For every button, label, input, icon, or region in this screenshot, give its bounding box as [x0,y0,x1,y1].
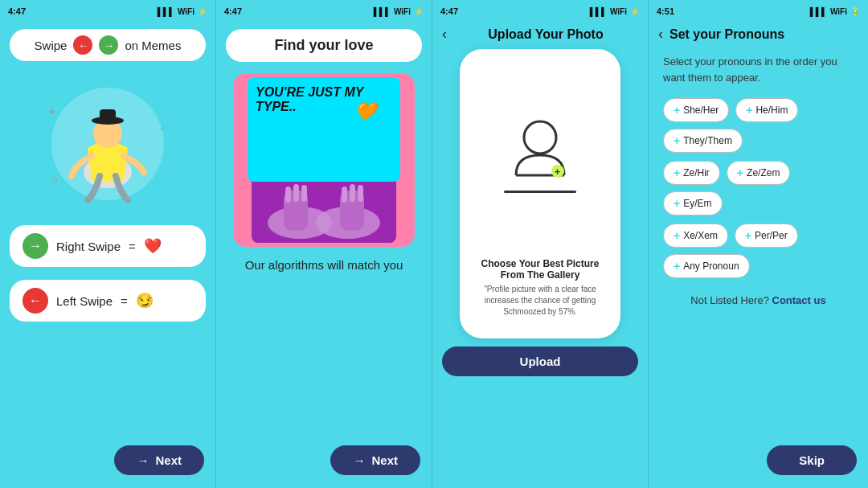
right-swipe-row: → Right Swipe = ❤️ [10,225,206,267]
contact-us-link[interactable]: Contact us [772,294,826,306]
algo-text: Our algorithms will match you [245,258,403,272]
gallery-subtext: "Profile picture with a clear face incre… [474,284,606,318]
right-swipe-arrow: → [23,233,48,259]
next-label-1: Next [155,453,182,467]
status-bar-3: 4:47 ▌▌▌ WiFi ⚡ [432,0,648,23]
plus-icon-he: + [746,104,752,117]
pronoun-ey-em[interactable]: + Ey/Em [663,191,723,215]
smirk-emoji: 😏 [136,292,154,310]
plus-icon-ze-zem: + [737,166,743,179]
back-button-3[interactable]: ‹ [442,26,447,43]
pronoun-label-she-her: She/Her [683,105,719,116]
svg-rect-15 [301,185,307,202]
skip-label: Skip [799,453,825,467]
pronoun-label-xe-xem: Xe/Xem [683,230,718,241]
status-icons-2: ▌▌▌ WiFi ⚡ [374,7,424,16]
pronoun-he-him[interactable]: + He/Him [735,98,798,122]
pronoun-any[interactable]: + Any Pronoun [663,254,750,278]
pronoun-label-ze-zem: Ze/Zem [747,167,780,178]
battery-icon-4: 🔋 [850,7,860,16]
pronoun-she-her[interactable]: + She/Her [663,98,729,122]
svg-rect-16 [342,187,347,203]
phone-frame: + Choose Your Best Picture From The Gall… [460,49,620,338]
status-bar-1: 4:47 ▌▌▌ WiFi ⚡ [0,0,215,23]
not-listed-text: Not Listed Here? Contact us [663,294,854,306]
profile-underline [504,191,576,193]
back-button-4[interactable]: ‹ [658,26,663,43]
status-icons-1: ▌▌▌ WiFi ⚡ [158,7,207,16]
time-4: 4:51 [657,6,674,16]
pronouns-grid: + She/Her + He/Him + They/Them + Ze/Hir [663,98,854,278]
svg-rect-18 [358,185,363,202]
pronouns-row-2: + Ze/Hir + Ze/Zem + Ey/Em [663,161,854,215]
right-swipe-symbol: = [129,240,136,253]
status-bar-2: 4:47 ▌▌▌ WiFi ⚡ [216,0,432,23]
right-swipe-label: Right Swipe [56,240,121,253]
swipe-left-icon: ← [73,35,92,55]
meme-card: YOU'RE JUST MY TYPE.. 🧡 [233,73,415,247]
next-arrow-2: → [353,453,365,467]
swipe-illustration: ✦ + △ [27,76,188,212]
status-bar-4: 4:51 ▌▌▌ WiFi 🔋 [649,0,868,23]
battery-icon-3: ⚡ [630,7,640,16]
next-button-1[interactable]: → Next [114,445,204,475]
pronoun-xe-xem[interactable]: + Xe/Xem [663,223,728,248]
pronoun-ze-hir[interactable]: + Ze/Hir [663,161,720,185]
plus-icon-any: + [674,260,680,273]
pronoun-ze-zem[interactable]: + Ze/Zem [727,161,791,185]
meme-card-inner: YOU'RE JUST MY TYPE.. 🧡 [248,77,400,182]
plus-icon-ey: + [674,197,680,210]
pronoun-per-per[interactable]: + Per/Per [735,223,798,248]
pronoun-label-they-them: They/Them [683,135,732,146]
wifi-icon-3: WiFi [610,7,627,16]
left-swipe-arrow: ← [23,288,48,314]
svg-text:+: + [160,125,165,133]
wifi-icon-2: WiFi [394,7,411,16]
gallery-info: Choose Your Best Picture From The Galler… [468,242,612,326]
upload-label: Upload [520,355,561,368]
profile-placeholder: + [504,65,576,242]
time-3: 4:47 [440,6,458,16]
svg-point-19 [524,121,556,154]
page-title-4: Set your Pronouns [669,27,858,42]
plus-icon-ze-hir: + [674,166,680,179]
left-swipe-label: Left Swipe [56,294,113,308]
find-love-label: Find your love [274,37,373,53]
panel-pronouns: 4:51 ▌▌▌ WiFi 🔋 ‹ Set your Pronouns Sele… [649,0,868,488]
pronoun-label-ey-em: Ey/Em [683,198,711,209]
svg-rect-17 [350,184,355,202]
meme-heart-emoji: 🧡 [354,101,376,122]
svg-text:+: + [555,166,560,178]
pronoun-label-per-per: Per/Per [755,230,788,241]
next-arrow-1: → [137,453,149,467]
status-icons-4: ▌▌▌ WiFi 🔋 [810,7,860,16]
time-1: 4:47 [8,6,26,16]
pronoun-label-he-him: He/Him [755,105,788,116]
swipe-label-right: on Memes [125,39,181,52]
find-love-button[interactable]: Find your love [226,29,422,62]
wifi-icon-4: WiFi [830,7,847,16]
top-bar-3: ‹ Upload Your Photo [432,23,648,46]
signal-icon-3: ▌▌▌ [590,7,607,16]
pronouns-row-1: + She/Her + He/Him + They/Them [663,98,854,153]
page-title-3: Upload Your Photo [453,27,638,42]
upload-button[interactable]: Upload [442,347,638,376]
battery-icon-2: ⚡ [414,7,424,16]
svg-rect-13 [285,187,291,203]
next-button-2[interactable]: → Next [330,445,420,475]
pronoun-label-any: Any Pronoun [683,260,739,272]
meme-hands-illustration [252,178,396,243]
pronoun-they-them[interactable]: + They/Them [663,129,743,153]
status-icons-3: ▌▌▌ WiFi ⚡ [590,7,640,16]
panel-swipe-memes: 4:47 ▌▌▌ WiFi ⚡ Swipe ← → on Memes [0,0,215,488]
swipe-right-icon: → [99,35,118,55]
plus-icon-xe: + [674,229,680,242]
not-listed-label: Not Listed Here? [690,294,772,306]
plus-icon-per: + [745,229,751,242]
skip-button[interactable]: Skip [767,445,857,475]
next-label-2: Next [371,453,398,467]
svg-rect-5 [100,109,116,122]
panel-upload-photo: 4:47 ▌▌▌ WiFi ⚡ ‹ Upload Your Photo + Ch… [432,0,648,488]
swipe-header: Swipe ← → on Memes [10,29,206,61]
signal-icon: ▌▌▌ [158,7,174,16]
